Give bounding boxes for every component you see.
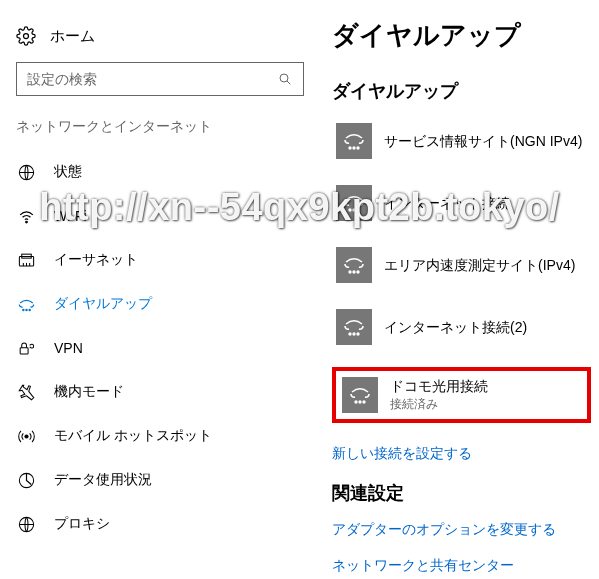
dialup-icon bbox=[16, 294, 36, 314]
svg-point-0 bbox=[24, 34, 29, 39]
svg-point-10 bbox=[22, 309, 23, 310]
search-input[interactable] bbox=[27, 71, 277, 87]
sidebar-item-ethernet[interactable]: イーサネット bbox=[8, 238, 312, 282]
connection-title: インターネット接続(2) bbox=[384, 318, 527, 337]
connection-title: インターネット接続 bbox=[384, 194, 510, 213]
proxy-icon bbox=[16, 514, 36, 534]
svg-point-25 bbox=[357, 271, 359, 273]
svg-point-23 bbox=[349, 271, 351, 273]
adapter-options-link[interactable]: アダプターのオプションを変更する bbox=[332, 521, 591, 539]
sidebar-item-label: データ使用状況 bbox=[54, 471, 152, 489]
sidebar-item-dialup[interactable]: ダイヤルアップ bbox=[8, 282, 312, 326]
svg-point-29 bbox=[355, 401, 357, 403]
sidebar-item-wifi[interactable]: Wi-Fi bbox=[8, 194, 312, 238]
connection-item[interactable]: インターネット接続 bbox=[332, 181, 591, 225]
svg-point-18 bbox=[353, 147, 355, 149]
wifi-icon bbox=[16, 206, 36, 226]
connection-status: 接続済み bbox=[390, 396, 488, 412]
page-title: ダイヤルアップ bbox=[332, 18, 591, 53]
related-settings-title: 関連設定 bbox=[332, 481, 591, 505]
phone-icon bbox=[336, 123, 372, 159]
svg-point-31 bbox=[363, 401, 365, 403]
svg-point-11 bbox=[25, 309, 26, 310]
svg-point-12 bbox=[29, 309, 30, 310]
sidebar-item-status[interactable]: 状態 bbox=[8, 150, 312, 194]
svg-point-28 bbox=[357, 333, 359, 335]
search-icon bbox=[277, 71, 293, 87]
connection-title: サービス情報サイト(NGN IPv4) bbox=[384, 132, 582, 151]
svg-point-17 bbox=[349, 147, 351, 149]
connection-item[interactable]: エリア内速度測定サイト(IPv4) bbox=[332, 243, 591, 287]
svg-point-4 bbox=[25, 221, 27, 223]
connection-list: サービス情報サイト(NGN IPv4) インターネット接続 エリア内速度測定サイ… bbox=[332, 119, 591, 423]
svg-point-14 bbox=[24, 434, 27, 437]
home-label: ホーム bbox=[50, 27, 95, 46]
hotspot-icon bbox=[16, 426, 36, 446]
ethernet-icon bbox=[16, 250, 36, 270]
sidebar-item-label: プロキシ bbox=[54, 515, 110, 533]
sidebar-item-label: ダイヤルアップ bbox=[54, 295, 152, 313]
connection-item[interactable]: サービス情報サイト(NGN IPv4) bbox=[332, 119, 591, 163]
section-title: ダイヤルアップ bbox=[332, 79, 591, 103]
svg-point-1 bbox=[280, 74, 288, 82]
svg-point-26 bbox=[349, 333, 351, 335]
svg-line-2 bbox=[287, 81, 290, 84]
globe-icon bbox=[16, 162, 36, 182]
connection-item-highlighted[interactable]: ドコモ光用接続 接続済み bbox=[332, 367, 591, 423]
svg-point-20 bbox=[349, 209, 351, 211]
phone-icon bbox=[336, 309, 372, 345]
vpn-icon bbox=[16, 338, 36, 358]
svg-rect-13 bbox=[20, 347, 28, 353]
phone-icon bbox=[336, 185, 372, 221]
sidebar-item-airplane[interactable]: 機内モード bbox=[8, 370, 312, 414]
sidebar-item-label: Wi-Fi bbox=[54, 208, 87, 224]
home-button[interactable]: ホーム bbox=[8, 20, 312, 58]
connection-item[interactable]: インターネット接続(2) bbox=[332, 305, 591, 349]
gear-icon bbox=[16, 26, 36, 46]
sidebar-item-hotspot[interactable]: モバイル ホットスポット bbox=[8, 414, 312, 458]
setup-new-connection-link[interactable]: 新しい接続を設定する bbox=[332, 445, 591, 463]
data-usage-icon bbox=[16, 470, 36, 490]
connection-title: エリア内速度測定サイト(IPv4) bbox=[384, 256, 575, 275]
svg-point-19 bbox=[357, 147, 359, 149]
svg-point-27 bbox=[353, 333, 355, 335]
sidebar-item-data-usage[interactable]: データ使用状況 bbox=[8, 458, 312, 502]
airplane-icon bbox=[16, 382, 36, 402]
category-label: ネットワークとインターネット bbox=[8, 118, 312, 150]
svg-point-22 bbox=[357, 209, 359, 211]
network-sharing-center-link[interactable]: ネットワークと共有センター bbox=[332, 557, 591, 575]
sidebar-item-proxy[interactable]: プロキシ bbox=[8, 502, 312, 546]
sidebar-item-label: VPN bbox=[54, 340, 83, 356]
connection-title: ドコモ光用接続 bbox=[390, 377, 488, 396]
phone-icon bbox=[342, 377, 378, 413]
svg-point-21 bbox=[353, 209, 355, 211]
sidebar-item-vpn[interactable]: VPN bbox=[8, 326, 312, 370]
sidebar-item-label: 状態 bbox=[54, 163, 82, 181]
sidebar-item-label: 機内モード bbox=[54, 383, 124, 401]
svg-point-24 bbox=[353, 271, 355, 273]
svg-point-30 bbox=[359, 401, 361, 403]
search-box[interactable] bbox=[16, 62, 304, 96]
phone-icon bbox=[336, 247, 372, 283]
sidebar-item-label: イーサネット bbox=[54, 251, 138, 269]
sidebar-item-label: モバイル ホットスポット bbox=[54, 427, 212, 445]
